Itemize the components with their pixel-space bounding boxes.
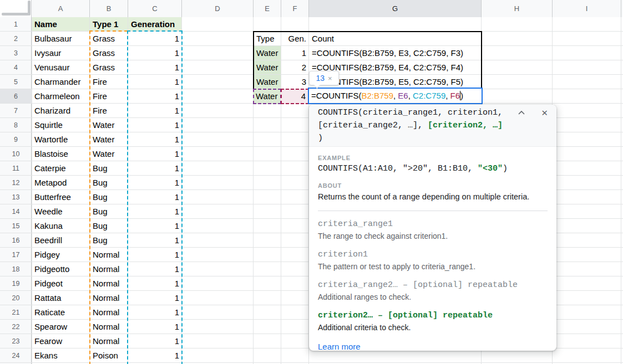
generation-cell[interactable]: 1 [128, 60, 182, 75]
generation-cell[interactable]: 1 [128, 219, 182, 233]
row-header[interactable]: 13 [0, 190, 32, 204]
generation-cell[interactable]: 1 [128, 104, 182, 118]
type-cell[interactable]: Normal [90, 276, 128, 291]
type-cell[interactable]: Water [90, 147, 128, 161]
name-cell[interactable]: Squirtle [32, 118, 90, 132]
cell-b1[interactable]: Type 1 [90, 17, 128, 32]
type-cell[interactable]: Bug [90, 176, 128, 190]
column-header-d[interactable]: D [182, 0, 254, 17]
type-cell[interactable]: Water [254, 46, 281, 60]
name-cell[interactable]: Pidgey [32, 248, 90, 262]
row-header[interactable]: 23 [0, 334, 32, 348]
cell-c1[interactable]: Generation [128, 17, 182, 32]
generation-cell[interactable]: 1 [128, 118, 182, 132]
column-header-c[interactable]: C [128, 0, 182, 17]
row-header[interactable]: 21 [0, 305, 32, 320]
name-cell[interactable]: Spearow [32, 320, 90, 334]
generation-cell[interactable]: 1 [128, 190, 182, 204]
type-cell[interactable]: Grass [90, 46, 128, 60]
row-header[interactable]: 15 [0, 219, 32, 233]
name-cell[interactable]: Caterpie [32, 161, 90, 176]
name-cell[interactable]: Charmeleon [32, 89, 90, 104]
type-cell[interactable]: Normal [90, 305, 128, 320]
type-cell[interactable]: Normal [90, 320, 128, 334]
row-header[interactable]: 10 [0, 147, 32, 161]
name-cell[interactable]: Charmander [32, 75, 90, 89]
name-cell[interactable]: Ivysaur [32, 46, 90, 60]
name-cell[interactable]: Charizard [32, 104, 90, 118]
type-cell[interactable]: Bug [90, 190, 128, 204]
generation-cell[interactable]: 1 [128, 46, 182, 60]
gen-cell[interactable]: 1 [281, 46, 309, 60]
generation-cell[interactable]: 1 [128, 276, 182, 291]
gen-cell[interactable]: 2 [281, 60, 309, 75]
name-cell[interactable]: Rattata [32, 291, 90, 305]
type-cell[interactable]: Grass [90, 32, 128, 46]
name-cell[interactable]: Ekans [32, 348, 90, 363]
generation-cell[interactable]: 1 [128, 305, 182, 320]
type-cell[interactable]: Normal [90, 291, 128, 305]
row-header[interactable]: 9 [0, 132, 32, 147]
formula-edit-cell[interactable]: =COUNTIFS(B2:B759, E6, C2:C759, F6) [308, 88, 483, 104]
name-cell[interactable]: Butterfree [32, 190, 90, 204]
row-header[interactable]: 8 [0, 118, 32, 132]
name-cell[interactable]: Kakuna [32, 219, 90, 233]
select-all-corner[interactable] [0, 0, 32, 17]
name-cell[interactable]: Pidgeot [32, 276, 90, 291]
learn-more-link[interactable]: Learn more [318, 342, 361, 351]
type-cell[interactable]: Water [90, 118, 128, 132]
name-cell[interactable]: Fearow [32, 334, 90, 348]
generation-cell[interactable]: 1 [128, 32, 182, 46]
row-header[interactable]: 24 [0, 348, 32, 363]
name-cell[interactable]: Wartortle [32, 132, 90, 147]
row-header[interactable]: 3 [0, 46, 32, 60]
column-header-i[interactable]: I [553, 0, 621, 17]
name-cell[interactable]: Bulbasaur [32, 32, 90, 46]
type-cell[interactable]: Grass [90, 60, 128, 75]
cell-e2[interactable]: Type [254, 32, 281, 46]
type-cell[interactable]: Water [254, 60, 281, 75]
generation-cell[interactable]: 1 [128, 233, 182, 248]
type-cell[interactable]: Bug [90, 161, 128, 176]
row-header[interactable]: 4 [0, 60, 32, 75]
type-cell[interactable]: Normal [90, 262, 128, 276]
name-cell[interactable]: Venusaur [32, 60, 90, 75]
row-header[interactable]: 11 [0, 161, 32, 176]
column-header-a[interactable]: A [32, 0, 90, 17]
name-cell[interactable]: Raticate [32, 305, 90, 320]
generation-cell[interactable]: 1 [128, 75, 182, 89]
type-cell[interactable]: Fire [90, 104, 128, 118]
row-header[interactable]: 19 [0, 276, 32, 291]
row-header[interactable]: 14 [0, 204, 32, 219]
row-header[interactable]: 20 [0, 291, 32, 305]
generation-cell[interactable]: 1 [128, 291, 182, 305]
name-cell[interactable]: Pidgeotto [32, 262, 90, 276]
formula-cell[interactable]: =COUNTIFS(B2:B759, E3, C2:C759, F3) [309, 46, 482, 60]
gen-cell[interactable]: 3 [281, 75, 309, 89]
column-header-e[interactable]: E [254, 0, 281, 17]
chevron-up-icon[interactable] [518, 109, 525, 117]
type-cell[interactable]: Poison [90, 348, 128, 363]
cell-f2[interactable]: Gen. [281, 32, 309, 46]
row-header[interactable]: 12 [0, 176, 32, 190]
row-header[interactable]: 2 [0, 32, 32, 46]
row-header[interactable]: 16 [0, 233, 32, 248]
row-header[interactable]: 6 [0, 89, 32, 104]
row-header[interactable]: 22 [0, 320, 32, 334]
generation-cell[interactable]: 1 [128, 132, 182, 147]
referenced-cell-e6[interactable]: Water [253, 89, 281, 104]
generation-cell[interactable]: 1 [128, 147, 182, 161]
row-header[interactable]: 17 [0, 248, 32, 262]
type-cell[interactable]: Normal [90, 334, 128, 348]
type-cell[interactable]: Fire [90, 89, 128, 104]
generation-cell[interactable]: 1 [128, 248, 182, 262]
type-cell[interactable]: Bug [90, 219, 128, 233]
type-cell[interactable]: Water [254, 75, 281, 89]
type-cell[interactable]: Bug [90, 233, 128, 248]
cell-g2[interactable]: Count [309, 32, 482, 46]
generation-cell[interactable]: 1 [128, 176, 182, 190]
generation-cell[interactable]: 1 [128, 262, 182, 276]
name-cell[interactable]: Weedle [32, 204, 90, 219]
generation-cell[interactable]: 1 [128, 89, 182, 104]
generation-cell[interactable]: 1 [128, 161, 182, 176]
